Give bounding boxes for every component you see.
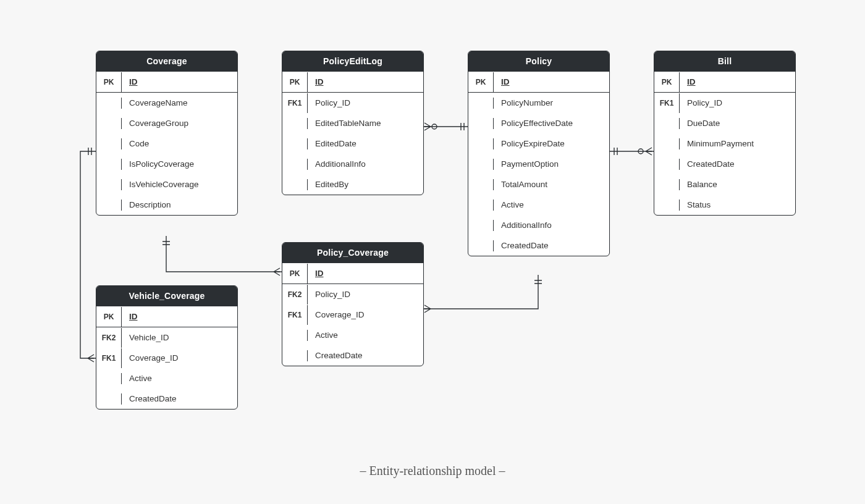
key-label xyxy=(282,159,308,170)
key-label xyxy=(282,138,308,149)
key-label xyxy=(654,118,680,129)
field-name: CreatedDate xyxy=(308,345,423,366)
field-name: ID xyxy=(494,72,609,92)
key-label: FK1 xyxy=(654,93,680,113)
key-label xyxy=(468,240,494,251)
field-name: TotalAmount xyxy=(494,174,609,195)
entity-row: EditedBy xyxy=(282,174,423,195)
field-name: CoverageGroup xyxy=(122,113,237,133)
er-diagram-canvas: CoveragePKIDCoverageNameCoverageGroupCod… xyxy=(0,0,865,504)
entity-row: CreatedDate xyxy=(654,154,795,174)
field-name: EditedDate xyxy=(308,133,423,154)
key-label xyxy=(96,393,122,405)
entity-policy_coverage: Policy_CoveragePKIDFK2Policy_IDFK1Covera… xyxy=(282,242,424,366)
entity-row: Active xyxy=(468,195,609,215)
entity-row: PKID xyxy=(282,263,423,284)
entity-bill: BillPKIDFK1Policy_IDDueDateMinimumPaymen… xyxy=(654,51,796,216)
entity-row: PKID xyxy=(96,306,237,327)
key-label xyxy=(96,118,122,129)
entity-row: CoverageGroup xyxy=(96,113,237,133)
diagram-caption: – Entity-relationship model – xyxy=(0,464,865,478)
key-label: PK xyxy=(468,72,494,92)
key-label xyxy=(654,138,680,149)
key-label xyxy=(282,179,308,190)
entity-row: PaymentOption xyxy=(468,154,609,174)
field-name: Active xyxy=(308,325,423,345)
field-name: PolicyExpireDate xyxy=(494,133,609,154)
entity-title: Policy_Coverage xyxy=(282,243,423,263)
key-label xyxy=(96,159,122,170)
entity-row: IsPolicyCoverage xyxy=(96,154,237,174)
entity-row: CreatedDate xyxy=(282,345,423,366)
field-name: Balance xyxy=(680,174,795,195)
entity-row: FK1Coverage_ID xyxy=(96,348,237,368)
entity-row: Active xyxy=(96,368,237,388)
field-name: CreatedDate xyxy=(494,235,609,256)
key-label: FK2 xyxy=(282,285,308,304)
field-name: PaymentOption xyxy=(494,154,609,174)
field-name: EditedBy xyxy=(308,174,423,195)
key-label xyxy=(282,330,308,341)
field-name: ID xyxy=(680,72,795,92)
entity-row: AdditionalInfo xyxy=(468,215,609,235)
key-label xyxy=(468,138,494,149)
key-label: PK xyxy=(282,264,308,284)
key-label xyxy=(468,220,494,231)
key-label: PK xyxy=(96,72,122,92)
field-name: Policy_ID xyxy=(308,93,423,113)
field-name: Coverage_ID xyxy=(308,304,423,325)
key-label xyxy=(468,98,494,109)
entity-row: DueDate xyxy=(654,113,795,133)
field-name: CreatedDate xyxy=(122,388,237,409)
field-name: Policy_ID xyxy=(680,93,795,113)
entity-row: PolicyNumber xyxy=(468,93,609,113)
entity-title: Bill xyxy=(654,51,795,72)
entity-row: Description xyxy=(96,195,237,215)
entity-row: PKID xyxy=(96,72,237,92)
svg-point-0 xyxy=(432,124,437,129)
key-label xyxy=(654,179,680,190)
entity-row: FK2Policy_ID xyxy=(282,284,423,304)
entity-row: CoverageName xyxy=(96,93,237,113)
key-label: FK1 xyxy=(282,305,308,325)
entity-policy_edit_log: PolicyEditLogPKIDFK1Policy_IDEditedTable… xyxy=(282,51,424,195)
key-label: PK xyxy=(96,307,122,327)
field-name: AdditionalInfo xyxy=(308,154,423,174)
key-label xyxy=(468,159,494,170)
entity-vehicle_coverage: Vehicle_CoveragePKIDFK2Vehicle_IDFK1Cove… xyxy=(96,285,238,410)
entity-row: PKID xyxy=(654,72,795,92)
field-name: Code xyxy=(122,133,237,154)
field-name: PolicyNumber xyxy=(494,93,609,113)
field-name: CreatedDate xyxy=(680,154,795,174)
entity-row: FK1Coverage_ID xyxy=(282,304,423,325)
entity-row: TotalAmount xyxy=(468,174,609,195)
key-label: PK xyxy=(282,72,308,92)
field-name: Active xyxy=(494,195,609,215)
key-label xyxy=(654,159,680,170)
entity-row: AdditionalInfo xyxy=(282,154,423,174)
entity-coverage: CoveragePKIDCoverageNameCoverageGroupCod… xyxy=(96,51,238,216)
key-label xyxy=(282,350,308,361)
field-name: Vehicle_ID xyxy=(122,327,237,348)
key-label xyxy=(96,200,122,211)
entity-row: CreatedDate xyxy=(96,388,237,409)
field-name: Policy_ID xyxy=(308,284,423,304)
key-label xyxy=(96,179,122,190)
entity-row: PKID xyxy=(468,72,609,92)
field-name: DueDate xyxy=(680,113,795,133)
key-label xyxy=(282,118,308,129)
key-label xyxy=(654,200,680,211)
field-name: Coverage_ID xyxy=(122,348,237,368)
entity-row: PKID xyxy=(282,72,423,92)
entity-row: Active xyxy=(282,325,423,345)
field-name: CoverageName xyxy=(122,93,237,113)
entity-title: PolicyEditLog xyxy=(282,51,423,72)
entity-row: PolicyExpireDate xyxy=(468,133,609,154)
field-name: Description xyxy=(122,195,237,215)
key-label: PK xyxy=(654,72,680,92)
key-label xyxy=(96,138,122,149)
entity-policy: PolicyPKIDPolicyNumberPolicyEffectiveDat… xyxy=(468,51,610,256)
field-name: ID xyxy=(122,72,237,92)
entity-row: Status xyxy=(654,195,795,215)
key-label: FK2 xyxy=(96,328,122,348)
